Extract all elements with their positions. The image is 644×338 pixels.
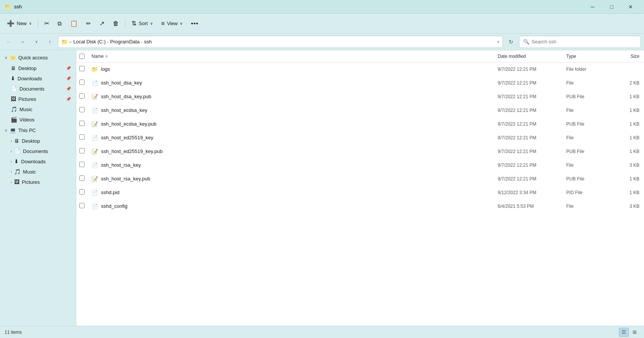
sidebar-item-label: Music	[19, 107, 32, 112]
cut-button[interactable]: ✂	[40, 16, 53, 31]
refresh-button[interactable]: ↻	[505, 36, 517, 48]
pub-file-icon: 📝	[91, 94, 98, 100]
row-checkbox[interactable]	[79, 203, 85, 208]
pictures-icon: 🖼	[11, 96, 16, 102]
table-row[interactable]: 📝 ssh_host_ed25519_key.pub 9/7/2022 12:2…	[76, 145, 644, 158]
row-checkbox[interactable]	[79, 93, 85, 99]
new-button[interactable]: ➕ New ∨	[3, 16, 35, 31]
row-check[interactable]	[79, 189, 90, 196]
search-input[interactable]	[532, 39, 637, 45]
row-check[interactable]	[79, 121, 90, 127]
file-size-cell: 3 KB	[610, 163, 641, 168]
row-checkbox[interactable]	[79, 66, 85, 71]
file-size-cell: 1 KB	[610, 149, 641, 154]
back-button[interactable]: ←	[3, 36, 14, 48]
row-check[interactable]	[79, 107, 90, 113]
sidebar-item-pictures-pc[interactable]: › 🖼 Pictures	[2, 177, 74, 187]
breadcrumb-item-1[interactable]: ProgramData	[110, 39, 139, 45]
file-name-text: ssh_host_ed25519_key	[101, 135, 153, 140]
view-button[interactable]: ≡ View ∨	[157, 16, 186, 31]
row-checkbox[interactable]	[79, 134, 85, 140]
header-type[interactable]: Type	[565, 54, 610, 59]
table-row[interactable]: 📄 ssh_host_ecdsa_key 9/7/2022 12:21 PM F…	[76, 104, 644, 117]
row-check[interactable]	[79, 162, 90, 168]
file-date-cell: 9/7/2022 12:21 PM	[496, 176, 565, 182]
pin-icon: 📌	[66, 97, 71, 102]
sidebar-item-downloads-pc[interactable]: › ⬇ Downloads	[2, 156, 74, 166]
copy-button[interactable]: ⧉	[54, 16, 66, 31]
minimize-button[interactable]: ─	[584, 2, 601, 12]
sidebar: ∨ ⭐ Quick access 🖥 Desktop 📌 ⬇ Downloads…	[0, 50, 76, 326]
table-row[interactable]: 📄 sshd_config 6/4/2021 5:53 PM File 3 KB	[76, 199, 644, 213]
row-checkbox[interactable]	[79, 189, 85, 195]
forward-button[interactable]: →	[17, 36, 28, 48]
row-checkbox[interactable]	[79, 175, 85, 181]
sidebar-item-music-pc[interactable]: › 🎵 Music	[2, 167, 74, 177]
dropdown-button[interactable]: ∨	[30, 36, 42, 48]
documents-icon-pc: 📄	[14, 148, 21, 154]
sidebar-item-downloads-quick[interactable]: ⬇ Downloads 📌	[2, 73, 74, 83]
row-check[interactable]	[79, 134, 90, 141]
quick-access-chevron: ∨	[5, 56, 7, 60]
chevron-icon: ›	[11, 159, 12, 164]
row-check[interactable]	[79, 80, 90, 86]
breadcrumb[interactable]: 📁 « Local Disk (C:) › ProgramData › ssh …	[58, 36, 503, 48]
header-date[interactable]: Date modified	[496, 54, 565, 59]
row-check[interactable]	[79, 148, 90, 155]
file-name-cell: 📝 ssh_host_dsa_key.pub	[90, 94, 496, 100]
sidebar-item-music-quick[interactable]: 🎵 Music	[2, 104, 74, 114]
share-button[interactable]: ↗	[96, 16, 108, 31]
row-checkbox[interactable]	[79, 107, 85, 112]
row-checkbox[interactable]	[79, 80, 85, 85]
rename-button[interactable]: ✏	[82, 16, 95, 31]
row-check[interactable]	[79, 203, 90, 209]
sidebar-item-label: Pictures	[22, 179, 40, 185]
sidebar-item-videos-quick[interactable]: 🎬 Videos	[2, 115, 74, 124]
refresh-icon: ↻	[509, 39, 513, 45]
sidebar-item-pictures-quick[interactable]: 🖼 Pictures 📌	[2, 94, 74, 104]
row-checkbox[interactable]	[79, 121, 85, 126]
paste-button[interactable]: 📋	[66, 16, 82, 31]
sidebar-item-documents-quick[interactable]: 📄 Documents 📌	[2, 84, 74, 94]
table-row[interactable]: 📝 ssh_host_ecdsa_key.pub 9/7/2022 12:21 …	[76, 117, 644, 131]
list-view-button[interactable]: ☰	[619, 328, 629, 337]
more-button[interactable]: •••	[187, 16, 202, 31]
column-headers: Name ∧ Date modified Type Size	[76, 50, 644, 62]
row-check[interactable]	[79, 175, 90, 182]
table-row[interactable]: 📄 sshd.pid 9/12/2022 3:34 PM PID File 1 …	[76, 186, 644, 199]
grid-view-button[interactable]: ⊞	[630, 328, 639, 337]
table-row[interactable]: 📄 ssh_host_ed25519_key 9/7/2022 12:21 PM…	[76, 131, 644, 145]
header-size[interactable]: Size	[610, 54, 641, 59]
table-row[interactable]: 📄 ssh_host_dsa_key 9/7/2022 12:21 PM Fil…	[76, 76, 644, 90]
header-check[interactable]	[79, 54, 90, 59]
table-row[interactable]: 📝 ssh_host_dsa_key.pub 9/7/2022 12:21 PM…	[76, 90, 644, 104]
table-row[interactable]: 📝 ssh_host_rsa_key.pub 9/7/2022 12:21 PM…	[76, 172, 644, 186]
up-button[interactable]: ↑	[44, 36, 56, 48]
select-all-checkbox[interactable]	[79, 54, 85, 59]
breadcrumb-item-0[interactable]: Local Disk (C:)	[73, 39, 106, 45]
header-name[interactable]: Name ∧	[90, 54, 496, 59]
file-name-cell: 📄 ssh_host_dsa_key	[90, 80, 496, 86]
file-date-cell: 9/7/2022 12:21 PM	[496, 135, 565, 140]
close-button[interactable]: ✕	[622, 2, 639, 12]
sidebar-item-documents-pc[interactable]: › 📄 Documents	[2, 146, 74, 156]
file-name-cell: 📄 ssh_host_ed25519_key	[90, 135, 496, 141]
row-checkbox[interactable]	[79, 148, 85, 153]
list-view-icon: ☰	[622, 329, 626, 335]
table-row[interactable]: 📄 ssh_host_rsa_key 9/7/2022 12:21 PM Fil…	[76, 158, 644, 172]
file-date-cell: 9/7/2022 12:21 PM	[496, 80, 565, 86]
view-dropdown-icon: ∨	[180, 21, 183, 26]
breadcrumb-item-2[interactable]: ssh	[144, 39, 152, 45]
sidebar-section-this-pc[interactable]: ∨ 💻 This PC	[2, 125, 74, 136]
table-row[interactable]: 📁 logs 9/7/2022 12:21 PM File folder	[76, 62, 644, 76]
row-checkbox[interactable]	[79, 162, 85, 167]
sidebar-section-quick-access[interactable]: ∨ ⭐ Quick access	[2, 52, 74, 63]
maximize-button[interactable]: □	[603, 2, 620, 12]
sidebar-item-desktop-quick[interactable]: 🖥 Desktop 📌	[2, 63, 74, 73]
delete-button[interactable]: 🗑	[109, 16, 123, 31]
row-check[interactable]	[79, 93, 90, 100]
sort-button[interactable]: ⇅ Sort ∨	[128, 16, 157, 31]
row-check[interactable]	[79, 66, 90, 72]
file-size-cell: 1 KB	[610, 176, 641, 182]
sidebar-item-desktop-pc[interactable]: › 🖥 Desktop	[2, 136, 74, 146]
